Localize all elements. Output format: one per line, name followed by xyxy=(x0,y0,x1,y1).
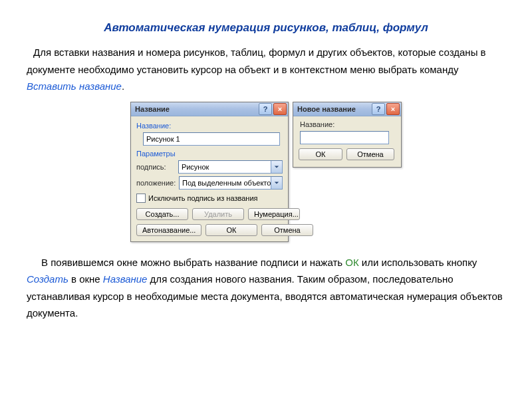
create-button[interactable]: Создать... xyxy=(136,208,188,220)
chevron-down-icon[interactable] xyxy=(271,161,282,173)
close-icon[interactable]: × xyxy=(386,103,400,115)
chevron-down-icon[interactable] xyxy=(271,177,282,189)
new-caption-title: Новое название xyxy=(297,105,356,113)
checkbox-icon xyxy=(136,194,146,203)
document-body: Автоматическая нумерация рисунков, табли… xyxy=(0,0,532,322)
name-section-label: Название: xyxy=(136,122,283,130)
caption-type-label: подпись: xyxy=(136,163,174,171)
paragraph-2: В появившемся окне можно выбрать названи… xyxy=(27,254,505,322)
position-label: положение: xyxy=(136,179,175,187)
exclude-caption-checkbox[interactable]: Исключить подпись из названия xyxy=(136,194,283,203)
para1-text: Для вставки названия и номера рисунков, … xyxy=(27,47,486,75)
ok-button[interactable]: ОК xyxy=(205,224,257,236)
caption-dialog: Название ? × Название: Рисунок 1 Парамет… xyxy=(130,102,289,242)
position-value: Под выделенным объектом xyxy=(182,179,276,187)
cancel-button[interactable]: Отмена xyxy=(261,224,313,236)
dialogs-illustration: Название ? × Название: Рисунок 1 Парамет… xyxy=(27,102,505,242)
para2-part-c: в окне xyxy=(68,273,103,285)
new-caption-dialog: Новое название ? × Название: ОК Отмена xyxy=(293,102,402,168)
ok-button[interactable]: ОК xyxy=(299,148,342,160)
name-window-reference: Название xyxy=(103,273,148,285)
close-icon[interactable]: × xyxy=(273,103,287,115)
ok-reference: ОК xyxy=(345,257,358,268)
caption-type-combo[interactable]: Рисунок xyxy=(178,160,283,174)
para2-part-b: или использовать кнопку xyxy=(359,257,477,268)
exclude-caption-label: Исключить подпись из названия xyxy=(148,194,257,202)
para2-part-a: В появившемся окне можно выбрать названи… xyxy=(41,257,345,268)
new-name-label: Название: xyxy=(300,120,394,128)
delete-button[interactable]: Удалить xyxy=(192,208,244,220)
position-combo[interactable]: Под выделенным объектом xyxy=(179,176,283,190)
new-caption-titlebar: Новое название ? × xyxy=(293,102,401,116)
section-heading: Автоматическая нумерация рисунков, табли… xyxy=(27,21,505,35)
help-icon[interactable]: ? xyxy=(259,103,272,115)
caption-dialog-title: Название xyxy=(135,105,170,113)
caption-name-input[interactable]: Рисунок 1 xyxy=(143,132,280,146)
caption-type-value: Рисунок xyxy=(182,163,209,171)
create-reference: Создать xyxy=(27,273,68,285)
caption-dialog-titlebar: Название ? × xyxy=(131,102,288,116)
help-icon[interactable]: ? xyxy=(372,103,385,115)
params-section-label: Параметры xyxy=(136,150,283,158)
cancel-button[interactable]: Отмена xyxy=(346,148,394,160)
autoname-button[interactable]: Автоназвание... xyxy=(136,224,201,236)
numbering-button[interactable]: Нумерация... xyxy=(248,208,300,220)
menu-command-name: Вставить название xyxy=(27,80,122,92)
new-name-input[interactable] xyxy=(300,131,389,144)
paragraph-1: Для вставки названия и номера рисунков, … xyxy=(27,44,505,95)
